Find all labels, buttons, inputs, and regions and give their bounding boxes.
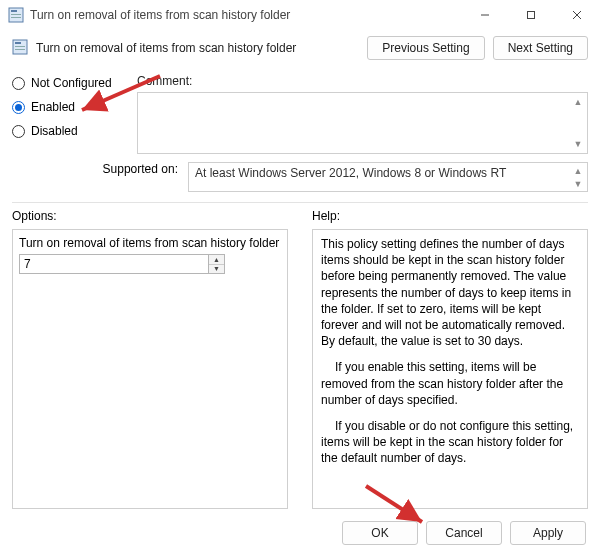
options-pane: Options: Turn on removal of items from s…: [12, 209, 288, 519]
radio-disabled[interactable]: Disabled: [12, 124, 127, 138]
state-radio-group: Not Configured Enabled Disabled: [12, 74, 127, 154]
svg-rect-2: [11, 14, 21, 15]
title-bar: Turn on removal of items from scan histo…: [0, 0, 600, 30]
spinner-down-button[interactable]: ▼: [209, 265, 224, 274]
supported-scrollbar[interactable]: ▲ ▼: [570, 164, 586, 190]
cancel-button[interactable]: Cancel: [426, 521, 502, 545]
options-box: Turn on removal of items from scan histo…: [12, 229, 288, 509]
svg-rect-5: [528, 12, 535, 19]
help-paragraph: If you disable or do not configure this …: [321, 418, 579, 467]
radio-icon: [12, 77, 25, 90]
option-item-label: Turn on removal of items from scan histo…: [19, 236, 281, 250]
divider: [12, 202, 588, 203]
minimize-button[interactable]: [462, 0, 508, 30]
apply-button[interactable]: Apply: [510, 521, 586, 545]
maximize-button[interactable]: [508, 0, 554, 30]
comment-scrollbar[interactable]: ▲ ▼: [570, 94, 586, 152]
spinner-buttons: ▲ ▼: [209, 254, 225, 274]
radio-icon: [12, 101, 25, 114]
supported-on-value-box: At least Windows Server 2012, Windows 8 …: [188, 162, 588, 192]
radio-not-configured[interactable]: Not Configured: [12, 76, 127, 90]
panes: Options: Turn on removal of items from s…: [0, 209, 600, 519]
days-input[interactable]: 7: [19, 254, 209, 274]
svg-rect-1: [11, 10, 17, 12]
previous-setting-button[interactable]: Previous Setting: [367, 36, 484, 60]
help-box: This policy setting defines the number o…: [312, 229, 588, 509]
spinner-up-button[interactable]: ▲: [209, 255, 224, 265]
close-button[interactable]: [554, 0, 600, 30]
policy-icon: [12, 39, 28, 58]
config-area: Not Configured Enabled Disabled Comment:…: [0, 70, 600, 158]
radio-label: Disabled: [31, 124, 78, 138]
window-controls: [462, 0, 600, 30]
radio-label: Enabled: [31, 100, 75, 114]
chevron-up-icon: ▲: [570, 94, 586, 110]
help-label: Help:: [312, 209, 588, 223]
svg-rect-3: [11, 17, 21, 18]
comment-label: Comment:: [137, 74, 588, 88]
help-paragraph: If you enable this setting, items will b…: [321, 359, 579, 408]
chevron-down-icon: ▼: [570, 136, 586, 152]
svg-rect-10: [15, 46, 25, 47]
options-label: Options:: [12, 209, 288, 223]
days-spinner[interactable]: 7 ▲ ▼: [19, 254, 281, 274]
days-value: 7: [24, 257, 31, 271]
supported-on-row: Supported on: At least Windows Server 20…: [0, 158, 600, 198]
chevron-up-icon: ▲: [570, 164, 586, 177]
dialog-footer: OK Cancel Apply: [0, 521, 600, 545]
radio-icon: [12, 125, 25, 138]
ok-button[interactable]: OK: [342, 521, 418, 545]
header: Turn on removal of items from scan histo…: [0, 30, 600, 70]
comment-input[interactable]: ▲ ▼: [137, 92, 588, 154]
svg-rect-11: [15, 49, 25, 50]
next-setting-button[interactable]: Next Setting: [493, 36, 588, 60]
policy-title: Turn on removal of items from scan histo…: [36, 41, 359, 55]
svg-rect-9: [15, 42, 21, 44]
window-title: Turn on removal of items from scan histo…: [30, 8, 462, 22]
help-pane: Help: This policy setting defines the nu…: [312, 209, 588, 519]
radio-enabled[interactable]: Enabled: [12, 100, 127, 114]
supported-on-value: At least Windows Server 2012, Windows 8 …: [195, 166, 506, 180]
radio-label: Not Configured: [31, 76, 112, 90]
chevron-down-icon: ▼: [570, 177, 586, 190]
supported-on-label: Supported on:: [12, 162, 182, 176]
policy-icon: [8, 7, 24, 23]
help-paragraph: This policy setting defines the number o…: [321, 236, 579, 349]
